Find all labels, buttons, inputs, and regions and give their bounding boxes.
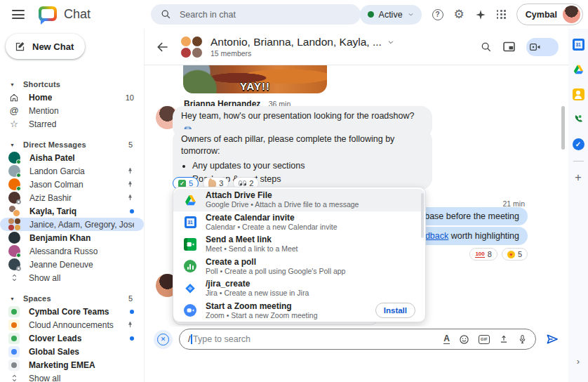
dm-show-all[interactable]: Show all	[0, 271, 144, 284]
avatar	[8, 152, 20, 164]
add-app-icon[interactable]: +	[575, 172, 581, 183]
upload-icon[interactable]	[499, 334, 509, 344]
sidebar-item-starred[interactable]: ☆ Starred	[0, 117, 144, 131]
typed-text: /	[188, 334, 190, 344]
video-call-toggle[interactable]	[526, 38, 559, 56]
collapse-caret-icon: ▼	[10, 143, 17, 147]
message-composer: ✕ / Type to search A GIF	[145, 327, 568, 352]
account-button[interactable]: Cymbal	[516, 4, 583, 25]
voice-icon[interactable]	[573, 114, 584, 125]
search-icon	[161, 9, 171, 20]
google-apps-grid-icon[interactable]	[497, 10, 506, 19]
help-icon[interactable]: ?	[432, 9, 443, 20]
reaction-chip-heart-eyes[interactable]: ♥ 5	[502, 248, 528, 261]
reaction-row: 100 8 ♥ 5	[469, 248, 528, 261]
gif-message[interactable]: YAY!!	[183, 65, 327, 93]
dm-item[interactable]: Aziz Bashir	[0, 191, 144, 204]
avatar	[8, 245, 20, 257]
dm-item[interactable]: Kayla, Tariq	[0, 204, 144, 218]
menu-item-send-meet-link[interactable]: Send a Meet link Meet • Send a link to a…	[173, 233, 425, 256]
conversation-panel: Antonio, Brianna, Landon, Kayla, ... 15 …	[144, 29, 568, 382]
home-icon	[8, 93, 20, 103]
contacts-icon[interactable]	[573, 88, 584, 100]
space-avatar	[8, 306, 20, 317]
search-in-conversation-icon[interactable]	[481, 41, 492, 53]
install-button[interactable]: Install	[375, 303, 415, 318]
sidebar-item-mention[interactable]: @ Mention	[0, 104, 144, 117]
cancel-slash-command-button[interactable]: ✕	[154, 330, 173, 349]
jira-icon	[183, 282, 197, 296]
slash-command-menu: Attach Drive File Google Drive • Attach …	[173, 187, 426, 322]
dm-item[interactable]: Aisha Patel	[0, 151, 144, 164]
dm-item[interactable]: Alessandra Russo	[0, 244, 144, 258]
new-chat-button[interactable]: New Chat	[6, 34, 85, 59]
mic-icon[interactable]	[518, 334, 527, 345]
unread-dot	[130, 310, 134, 314]
gif-caption: YAY!!	[240, 80, 270, 93]
eyes-emoji-icon	[239, 180, 246, 186]
dm-section-header[interactable]: ▼ Direct Messages 5	[0, 138, 144, 151]
conversation-title[interactable]: Antonio, Brianna, Landon, Kayla, ...	[211, 36, 394, 48]
collapse-caret-icon: ▼	[10, 82, 17, 87]
avatar	[563, 6, 580, 23]
menu-item-create-poll[interactable]: Create a poll Poll • Create a poll using…	[173, 256, 425, 278]
dm-item[interactable]: Benjamin Khan	[0, 231, 144, 244]
mention-icon: @	[8, 105, 20, 116]
chat-logo-icon	[39, 6, 57, 23]
menu-item-jira-create[interactable]: /jira_create Jira • Create a new issue i…	[173, 277, 425, 300]
space-item[interactable]: Marketing EMEA	[0, 358, 144, 371]
back-arrow-icon[interactable]	[156, 40, 170, 54]
sidebar-item-home[interactable]: Home 10	[0, 91, 144, 104]
space-avatar	[8, 320, 20, 331]
avatar	[8, 232, 20, 244]
chevron-down-icon	[408, 11, 414, 18]
format-text-icon[interactable]: A	[443, 334, 450, 344]
conversation-header: Antonio, Brianna, Landon, Kayla, ... 15 …	[145, 29, 568, 65]
drive-icon	[183, 193, 197, 207]
settings-gear-icon[interactable]: ⚙	[454, 8, 465, 20]
dm-item-selected[interactable]: Janice, Adam, Gregory, Joseph	[0, 218, 144, 231]
unread-dot	[130, 209, 134, 213]
menu-item-start-zoom-meeting[interactable]: Start a Zoom meeting Zoom • Start a new …	[173, 300, 425, 322]
pin-icon	[126, 180, 134, 188]
calendar-icon[interactable]: 31	[573, 39, 584, 51]
status-dropdown[interactable]: Active	[360, 5, 422, 25]
dm-item[interactable]: Jason Colman	[0, 178, 144, 191]
reaction-chip-hundred[interactable]: 100 8	[469, 248, 497, 261]
search-input[interactable]: Search in chat	[151, 4, 361, 25]
star-icon: ☆	[8, 119, 20, 129]
send-icon[interactable]	[545, 332, 559, 346]
space-item[interactable]: Cloud Announcements	[0, 318, 144, 331]
spaces-section-header[interactable]: ▼ Spaces 5	[0, 292, 144, 305]
space-item[interactable]: Cymbal Core Teams	[0, 305, 144, 318]
message-input[interactable]: / Type to search A GIF	[179, 329, 536, 350]
expand-panel-icon[interactable]: ›	[577, 356, 580, 367]
poll-icon	[183, 259, 197, 273]
calendar-icon: 31	[183, 215, 197, 229]
spaces-show-all[interactable]: Show all	[0, 371, 144, 382]
space-item[interactable]: Clover Leads	[0, 331, 144, 345]
menu-item-create-calendar-invite[interactable]: 31 Create Calendar invite Calendar • Cre…	[173, 211, 425, 234]
open-in-split-icon[interactable]	[503, 41, 515, 52]
dm-item[interactable]: Jeanne Deneuve	[0, 258, 144, 271]
main-menu-icon[interactable]	[12, 10, 25, 19]
drive-icon[interactable]	[573, 64, 584, 75]
group-avatar	[8, 218, 20, 230]
app-title: Chat	[64, 7, 91, 22]
home-unread-count: 10	[126, 93, 134, 102]
menu-item-attach-drive-file[interactable]: Attach Drive File Google Drive • Attach …	[173, 189, 425, 211]
gemini-sparkle-icon[interactable]	[475, 9, 486, 20]
space-avatar	[8, 346, 20, 357]
space-item[interactable]: Global Sales	[0, 345, 144, 358]
sidebar: New Chat ▼ Shortcuts Home 10 @ Mention ☆…	[0, 29, 144, 382]
scrollbar-thumb[interactable]	[561, 106, 565, 150]
gif-icon[interactable]: GIF	[479, 335, 490, 344]
active-status-dot	[368, 11, 374, 18]
zoom-icon	[183, 303, 197, 317]
dm-item[interactable]: Landon Garcia	[0, 164, 144, 178]
shortcuts-section-header[interactable]: ▼ Shortcuts	[0, 78, 144, 91]
emoji-icon[interactable]	[459, 334, 469, 345]
popup-scrollbar[interactable]	[421, 193, 424, 238]
pin-icon	[126, 194, 134, 202]
tasks-icon[interactable]: ✓	[573, 138, 584, 150]
